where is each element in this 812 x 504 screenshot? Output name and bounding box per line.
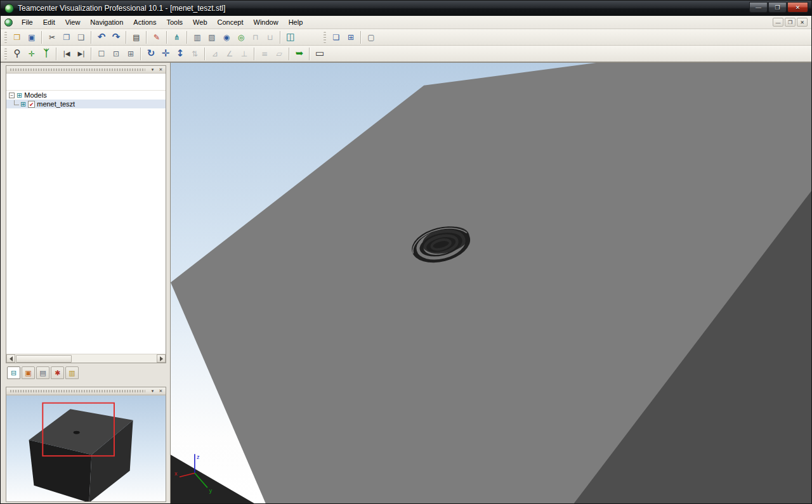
section-button[interactable]: ▥ xyxy=(190,30,204,44)
snapshot-button[interactable]: ▢ xyxy=(364,30,378,44)
tab-structure[interactable]: ⊟ xyxy=(7,366,20,379)
sidebar-tab-strip: ⊟ ▣ ▤ ✱ ▥ xyxy=(7,366,170,379)
previous-view-button[interactable]: |◀ xyxy=(60,47,74,61)
library-button[interactable]: ◫ xyxy=(284,30,298,44)
tab-document[interactable]: ▤ xyxy=(36,366,49,379)
seek-cross-icon: ✛ xyxy=(29,50,35,58)
walk-button[interactable]: ᛉ xyxy=(39,47,53,61)
mdi-minimize-button[interactable]: — xyxy=(773,18,783,27)
rotate-arrow-icon: ↻ xyxy=(147,49,155,58)
app-logo-icon xyxy=(4,4,14,13)
panel-close-icon[interactable]: ✕ xyxy=(157,388,164,394)
zoom-select-button[interactable]: ⚲ xyxy=(10,47,24,61)
toolbar-grip[interactable] xyxy=(324,32,326,43)
menu-tools[interactable]: Tools xyxy=(161,16,188,28)
examine-button[interactable]: ◎ xyxy=(234,30,248,44)
pan-button[interactable]: ✛ xyxy=(159,47,173,61)
orbit-sphere-icon: ◉ xyxy=(223,34,230,41)
markup-list-button[interactable]: ≡ xyxy=(258,47,272,61)
refresh-view-button[interactable]: ➥ xyxy=(292,47,306,61)
markup-button[interactable]: ✎ xyxy=(150,30,164,44)
full-screen-button[interactable]: ▭ xyxy=(313,47,327,61)
measure-angle-button[interactable]: ∠ xyxy=(223,47,237,61)
tree-row-menet-teszt[interactable]: ⊞ ✔ menet_teszt xyxy=(6,100,166,108)
tree-row-models[interactable]: − ⊞ Models xyxy=(6,91,166,100)
window-close-button[interactable]: ✕ xyxy=(787,2,808,13)
viewport-3d[interactable]: z x y xyxy=(171,63,811,503)
orbit-button[interactable]: ◉ xyxy=(219,30,233,44)
save-button[interactable]: ▣ xyxy=(25,30,39,44)
mdi-restore-button[interactable]: ❐ xyxy=(785,18,796,27)
open-button[interactable]: ❒ xyxy=(10,30,24,44)
overview-canvas[interactable] xyxy=(6,396,166,501)
window-maximize-button[interactable]: ❐ xyxy=(768,2,787,13)
cut-button[interactable]: ✂ xyxy=(45,30,59,44)
print-preview-button[interactable]: ❏ xyxy=(329,30,343,44)
scroll-left-button[interactable] xyxy=(6,354,15,363)
panel-collapse-button[interactable]: ▾ xyxy=(149,388,156,394)
collapse-expander-icon[interactable]: − xyxy=(9,93,15,98)
scrollbar-thumb[interactable] xyxy=(16,355,72,363)
overview-panel: ▾ ✕ xyxy=(6,387,166,502)
toolbar-grip[interactable] xyxy=(4,32,7,43)
overview-3d-thumbnail[interactable] xyxy=(6,395,166,501)
toolbar-separator xyxy=(146,31,147,44)
panel-close-icon[interactable]: ✕ xyxy=(157,67,164,73)
zoom-window-button[interactable]: ⊡ xyxy=(109,47,123,61)
product-structure-button[interactable]: ⋔ xyxy=(170,30,184,44)
visibility-checkbox[interactable]: ✔ xyxy=(28,101,35,108)
tree-panel-header: ▾ ✕ xyxy=(6,66,166,74)
thumbnail-hole xyxy=(74,431,80,434)
tab-layers[interactable]: ▥ xyxy=(65,366,79,379)
paste-button[interactable]: ❑ xyxy=(74,30,88,44)
viewport-canvas[interactable]: z x y xyxy=(171,63,811,503)
copy-icon: ❐ xyxy=(63,34,70,41)
rotate-button[interactable]: ↻ xyxy=(144,47,158,61)
fly-button[interactable]: ⇅ xyxy=(188,47,202,61)
toolbar-separator xyxy=(56,48,57,60)
window-minimize-button[interactable]: — xyxy=(749,2,768,13)
toolbar-grip[interactable] xyxy=(4,48,7,60)
book-icon: ◫ xyxy=(286,32,295,42)
menu-web[interactable]: Web xyxy=(188,16,212,28)
seek-button[interactable]: ✛ xyxy=(25,47,39,61)
scroll-right-button[interactable] xyxy=(157,354,166,363)
panel-grip[interactable] xyxy=(10,68,145,71)
panel-collapse-button[interactable]: ▾ xyxy=(149,67,156,73)
toolbar-separator xyxy=(360,31,362,44)
copy-button[interactable]: ❐ xyxy=(60,30,74,44)
menu-view[interactable]: View xyxy=(60,16,86,28)
redo-button[interactable]: ↷ xyxy=(109,30,123,44)
green-arrow-icon: ➥ xyxy=(296,49,304,58)
print-button[interactable]: ▤ xyxy=(129,30,143,44)
panel-grip[interactable] xyxy=(10,390,145,392)
standard-toolbar: ❒ ▣ ✂ ❐ ❑ ↶ ↷ ▤ ✎ ⋔ ▥ ▨ ◉ ◎ ⊓ ⊔ ◫ ❏ ⊞ ▢ xyxy=(1,29,811,46)
z-axis-label: z xyxy=(197,454,200,460)
measure-distance-button[interactable]: ⊿ xyxy=(208,47,222,61)
menu-file[interactable]: File xyxy=(16,16,38,28)
menu-actions[interactable]: Actions xyxy=(128,16,161,28)
menu-bar: File Edit View Navigation Actions Tools … xyxy=(1,16,811,29)
menu-navigation[interactable]: Navigation xyxy=(85,16,128,28)
menu-window[interactable]: Window xyxy=(249,16,284,28)
menu-help[interactable]: Help xyxy=(284,16,308,28)
tab-thumbnail[interactable]: ▣ xyxy=(22,366,35,379)
compare-button[interactable]: ▨ xyxy=(205,30,219,44)
scissors-icon: ✂ xyxy=(49,34,55,41)
zoom-button[interactable]: ↕ xyxy=(173,47,187,61)
menu-concept[interactable]: Concept xyxy=(213,16,249,28)
fit-view-button[interactable]: ⊞ xyxy=(124,47,138,61)
unlock-button[interactable]: ⊔ xyxy=(263,30,277,44)
mdi-close-button[interactable]: ✕ xyxy=(797,18,808,27)
undo-button[interactable]: ↶ xyxy=(95,30,108,44)
next-view-button[interactable]: ▶| xyxy=(74,47,88,61)
lock-button[interactable]: ⊓ xyxy=(249,30,263,44)
print-pages-button[interactable]: ⊞ xyxy=(344,30,358,44)
zoom-area-button[interactable]: ☐ xyxy=(95,47,108,61)
views-list-button[interactable]: ▱ xyxy=(272,47,286,61)
measure-perpendicular-button[interactable]: ⊥ xyxy=(237,47,251,61)
tab-links[interactable]: ✱ xyxy=(51,366,64,379)
pages-icon: ⊞ xyxy=(348,34,354,41)
toolbar-separator xyxy=(187,31,188,44)
menu-edit[interactable]: Edit xyxy=(38,16,60,28)
